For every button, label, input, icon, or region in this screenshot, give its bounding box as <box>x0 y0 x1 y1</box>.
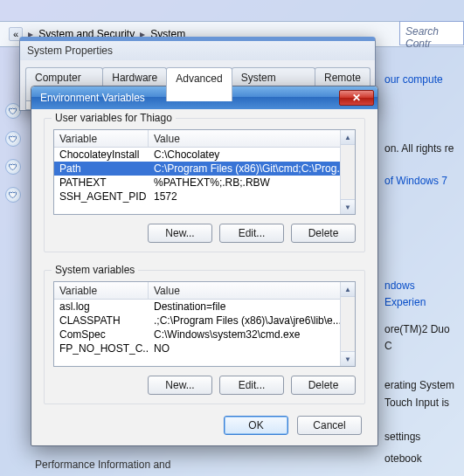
table-row[interactable]: CLASSPATH.;C:\Program Files (x86)\Java\j… <box>54 314 355 328</box>
system-variables-list[interactable]: Variable Value asl.logDestination=fileCL… <box>53 281 356 367</box>
table-row[interactable]: PathC:\Program Files (x86)\Git\cmd;C:\Pr… <box>54 162 355 176</box>
table-row[interactable]: ComSpecC:\Windows\system32\cmd.exe <box>54 328 355 341</box>
environment-variables-dialog: Environment Variables ✕ User variables f… <box>31 86 378 446</box>
performance-link[interactable]: Performance Information and <box>35 459 170 471</box>
column-variable[interactable]: Variable <box>54 282 149 299</box>
ok-button[interactable]: OK <box>224 416 288 435</box>
cell-value: NO <box>149 342 355 355</box>
cancel-button[interactable]: Cancel <box>297 416 362 435</box>
system-variables-group: System variables Variable Value asl.logD… <box>44 270 365 404</box>
cell-variable: SSH_AGENT_PID <box>54 190 149 203</box>
user-variables-list[interactable]: Variable Value ChocolateyInstallC:\Choco… <box>53 129 356 215</box>
shield-icon[interactable]: 🛡 <box>5 131 21 147</box>
table-row[interactable]: PATHEXT%PATHEXT%;.RB;.RBW <box>54 176 355 190</box>
scroll-up-icon[interactable]: ▲ <box>341 130 355 145</box>
user-variables-group: User variables for Thiago Variable Value… <box>44 118 365 252</box>
cell-variable: CLASSPATH <box>54 314 149 327</box>
cell-variable: asl.log <box>54 300 149 313</box>
list-header: Variable Value <box>54 282 355 300</box>
scrollbar[interactable]: ▲ ▼ <box>340 130 355 214</box>
cell-variable: FP_NO_HOST_C... <box>54 342 149 355</box>
cell-value: C:\Windows\system32\cmd.exe <box>149 328 355 341</box>
cell-variable: ChocolateyInstall <box>54 148 149 161</box>
scroll-track[interactable] <box>341 145 355 199</box>
table-row[interactable]: SSH_AGENT_PID1572 <box>54 190 355 204</box>
scroll-down-icon[interactable]: ▼ <box>341 351 355 366</box>
background-link: our compute <box>384 72 459 88</box>
close-icon: ✕ <box>352 92 361 104</box>
tab-advanced[interactable]: Advanced <box>166 67 232 101</box>
cell-value: %PATHEXT%;.RB;.RBW <box>149 176 355 189</box>
table-row[interactable]: asl.logDestination=file <box>54 300 355 314</box>
scroll-down-icon[interactable]: ▼ <box>341 199 355 214</box>
table-row[interactable]: FP_NO_HOST_C...NO <box>54 341 355 355</box>
column-value[interactable]: Value <box>149 130 355 147</box>
cell-variable: PATHEXT <box>54 176 149 189</box>
new-sys-var-button[interactable]: New... <box>148 376 212 395</box>
group-legend: System variables <box>52 264 138 276</box>
cell-value: C:\Program Files (x86)\Git\cmd;C:\Prog..… <box>149 162 355 175</box>
group-legend: User variables for Thiago <box>52 112 176 124</box>
background-text: our compute on. All rights re of Windows… <box>384 72 459 476</box>
search-input[interactable]: Search Contr <box>399 21 464 45</box>
list-header: Variable Value <box>54 130 355 148</box>
cell-value: 1572 <box>149 190 355 203</box>
column-variable[interactable]: Variable <box>54 130 149 147</box>
close-button[interactable]: ✕ <box>339 90 374 106</box>
edit-user-var-button[interactable]: Edit... <box>219 224 284 243</box>
table-row[interactable]: ChocolateyInstallC:\Chocolatey <box>54 148 355 162</box>
cell-value: Destination=file <box>149 300 355 313</box>
column-value[interactable]: Value <box>149 282 355 299</box>
cell-variable: Path <box>54 162 149 175</box>
shield-icon[interactable]: 🛡 <box>5 159 21 175</box>
cell-value: .;C:\Program Files (x86)\Java\jre6\lib\e… <box>149 314 355 327</box>
delete-user-var-button[interactable]: Delete <box>291 224 356 243</box>
new-user-var-button[interactable]: New... <box>148 224 212 243</box>
scroll-up-icon[interactable]: ▲ <box>341 282 355 297</box>
control-panel-side-icons: 🛡 🛡 🛡 🛡 <box>5 103 21 203</box>
window-title: System Properties <box>20 41 375 60</box>
scroll-track[interactable] <box>341 297 355 351</box>
shield-icon[interactable]: 🛡 <box>5 187 21 203</box>
delete-sys-var-button[interactable]: Delete <box>291 376 356 395</box>
dialog-title: Environment Variables <box>40 92 145 104</box>
cell-value: C:\Chocolatey <box>149 148 355 161</box>
cell-variable: ComSpec <box>54 328 149 341</box>
scrollbar[interactable]: ▲ ▼ <box>340 282 355 366</box>
edit-sys-var-button[interactable]: Edit... <box>219 376 284 395</box>
